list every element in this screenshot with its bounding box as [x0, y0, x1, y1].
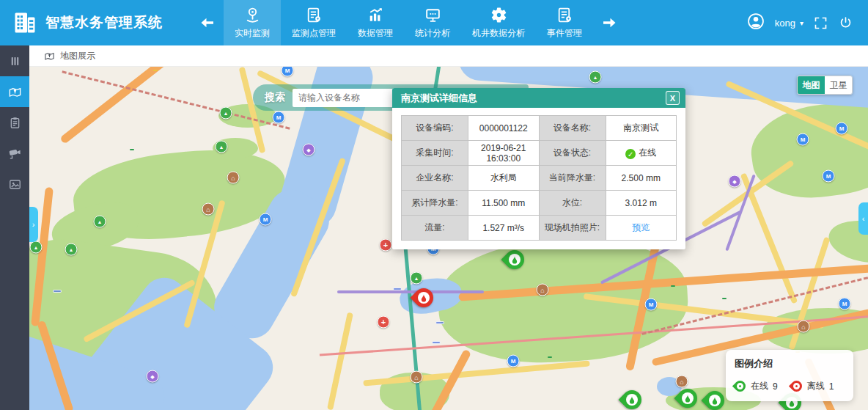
detail-row: 企业名称: 水利局 当前降水量: 2.500 mm [402, 166, 677, 191]
breadcrumb: 地图展示 [29, 45, 868, 67]
road-number-badge [671, 285, 675, 287]
app-title: 智慧水务管理系统 [45, 13, 163, 32]
road-number-badge [153, 70, 158, 71]
field-value: 在线 [625, 147, 656, 158]
sidebar-item-icon [8, 54, 22, 68]
popup-body: 设备编码: 0000001122 设备名称: 南京测试 采集时间: 2019-0… [392, 108, 685, 249]
field-value: 11.500 mm [468, 191, 540, 216]
device-detail-table: 设备编码: 0000001122 设备名称: 南京测试 采集时间: 2019-0… [401, 115, 677, 241]
road [327, 312, 353, 410]
device-detail-popup: 南京测试详细信息 X 设备编码: 0000001122 设备名称: 南京测试 [392, 88, 685, 249]
field-value[interactable]: 预览 [632, 222, 650, 233]
nav-item-icon [243, 6, 262, 24]
app-logo: 智慧水务管理系统 [0, 10, 191, 36]
field-label: 企业名称: [402, 166, 468, 191]
road-number-badge [722, 298, 727, 299]
field-label: 现场机拍照片: [539, 216, 606, 241]
sidebar [0, 45, 29, 410]
fullscreen-icon[interactable] [813, 15, 828, 31]
sidebar-item[interactable] [0, 138, 29, 169]
main-nav: 实时监测 监测点管理 数据管理 统计分析 机井数据分析 事件管理 [224, 0, 593, 45]
poi-icon [589, 71, 602, 84]
nav-item[interactable]: 数据管理 [347, 0, 404, 45]
device-marker-pin[interactable] [678, 389, 697, 410]
nav-item-icon [424, 6, 442, 24]
device-marker-pin[interactable] [505, 250, 524, 274]
district-badge [432, 341, 441, 344]
building-logo-icon [12, 10, 38, 36]
field-value: 3.012 m [625, 198, 657, 208]
device-marker-pin[interactable] [705, 391, 724, 410]
sidebar-item-icon [8, 147, 22, 161]
road-number-badge [548, 356, 552, 358]
field-label: 设备名称: [539, 116, 606, 141]
logout-power-icon[interactable] [838, 15, 853, 31]
poi-icon [676, 376, 688, 388]
panel-expand-right-chevron-icon[interactable]: ‹ [858, 202, 868, 235]
legend-item: 离线 1 [791, 380, 834, 392]
poi-icon [411, 371, 423, 384]
poi-icon [30, 241, 43, 254]
basemap-toggle: 地图 卫星 [797, 76, 853, 95]
poi-icon [260, 213, 272, 226]
search-label: 搜索 [265, 91, 285, 104]
field-label: 累计降水量: [402, 191, 468, 216]
field-value: 南京测试 [623, 122, 658, 133]
basemap-satellite-button[interactable]: 卫星 [825, 76, 852, 94]
sidebar-item[interactable] [0, 107, 29, 138]
legend-item: 在线 9 [735, 380, 778, 392]
nav-item[interactable]: 监测点管理 [281, 0, 347, 45]
metro-line [337, 290, 484, 293]
poi-icon [282, 66, 294, 77]
detail-row: 采集时间: 2019-06-21 16:03:00 设备状态: 在线 [402, 141, 677, 166]
detail-row: 累计降水量: 11.500 mm 水位: 3.012 m [402, 191, 677, 216]
field-value: 2.500 mm [622, 173, 661, 183]
nav-item[interactable]: 事件管理 [536, 0, 593, 45]
poi-icon [65, 244, 78, 256]
nav-item[interactable]: 实时监测 [224, 0, 281, 45]
popup-header: 南京测试详细信息 X [392, 88, 685, 108]
water-drop-icon [626, 394, 638, 406]
basemap-map-button[interactable]: 地图 [798, 76, 825, 94]
district-badge [53, 290, 62, 293]
nav-item[interactable]: 统计分析 [404, 0, 461, 45]
field-value: 0000001122 [468, 116, 540, 141]
user-menu-caret-icon[interactable]: ▾ [800, 19, 803, 27]
park-area [746, 94, 868, 206]
nav-item[interactable]: 机井数据分析 [461, 0, 536, 45]
sidebar-item[interactable] [0, 45, 29, 76]
nav-prev-arrow-icon[interactable] [199, 14, 216, 32]
nav-item-icon [367, 6, 385, 24]
poi-icon [507, 355, 520, 367]
legend-item-count: 1 [829, 381, 834, 392]
sidebar-item[interactable] [0, 76, 29, 107]
water-drop-icon [418, 292, 430, 304]
map-display-icon [44, 51, 55, 62]
user-avatar-icon[interactable] [746, 12, 765, 34]
water-drop-icon [709, 395, 721, 406]
road [363, 361, 590, 387]
poi-icon [227, 172, 240, 184]
nav-next-arrow-icon[interactable] [600, 14, 618, 32]
nav-item-label: 数据管理 [358, 27, 393, 40]
panel-expand-left-chevron-icon[interactable]: › [29, 207, 38, 242]
poi-icon [380, 239, 392, 252]
poi-icon [823, 170, 835, 183]
map-canvas[interactable]: 搜索 南京测试详细信息 X 设备编码: 0000001122 设备名称: [29, 66, 868, 410]
field-label: 采集时间: [402, 141, 468, 166]
poi-icon [147, 370, 159, 383]
user-name[interactable]: kong [775, 18, 795, 29]
device-marker-pin[interactable] [622, 390, 641, 410]
poi-icon [839, 298, 851, 310]
popup-close-button[interactable]: X [666, 91, 680, 105]
device-marker-pin[interactable] [414, 288, 433, 312]
legend-item-count: 9 [773, 381, 778, 392]
nav-item-label: 机井数据分析 [472, 27, 525, 40]
sidebar-item[interactable] [0, 169, 29, 199]
detail-row: 流量: 1.527 m³/s 现场机拍照片: 预览 [402, 216, 677, 241]
water-drop-icon [509, 254, 521, 266]
poi-icon [202, 203, 215, 216]
poi-icon [273, 111, 285, 124]
sidebar-item-icon [8, 85, 22, 99]
poi-icon [836, 122, 848, 135]
